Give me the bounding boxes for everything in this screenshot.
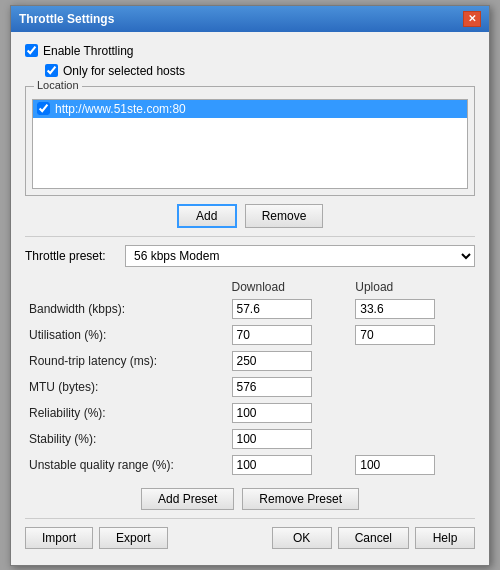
table-row: Unstable quality range (%): — [25, 452, 475, 478]
upload-header: Upload — [351, 277, 475, 296]
throttle-settings-dialog: Throttle Settings ✕ Enable Throttling On… — [10, 5, 490, 566]
only-selected-hosts-checkbox[interactable] — [45, 64, 58, 77]
reliability-download-cell — [228, 400, 352, 426]
stability-upload-cell — [351, 426, 475, 452]
table-row: Round-trip latency (ms): — [25, 348, 475, 374]
list-item[interactable]: http://www.51ste.com:80 — [33, 100, 467, 118]
unstable-download-cell — [228, 452, 352, 478]
stability-input[interactable] — [232, 429, 312, 449]
bandwidth-upload-input[interactable] — [355, 299, 435, 319]
bottom-right-buttons: OK Cancel Help — [272, 527, 475, 549]
table-row: Utilisation (%): — [25, 322, 475, 348]
only-selected-hosts-label: Only for selected hosts — [63, 64, 185, 78]
table-row: Stability (%): — [25, 426, 475, 452]
mtu-download-cell — [228, 374, 352, 400]
latency-download-input[interactable] — [232, 351, 312, 371]
throttle-preset-select[interactable]: 56 kbps Modem ADSL Cable LAN Custom — [125, 245, 475, 267]
export-button[interactable]: Export — [99, 527, 168, 549]
add-preset-button[interactable]: Add Preset — [141, 488, 234, 510]
col-headers-row: Download Upload — [25, 277, 475, 296]
divider — [25, 236, 475, 237]
remove-preset-button[interactable]: Remove Preset — [242, 488, 359, 510]
download-header: Download — [228, 277, 352, 296]
mtu-label: MTU (bytes): — [25, 374, 228, 400]
enable-throttling-label: Enable Throttling — [43, 44, 134, 58]
bottom-buttons-row: Import Export OK Cancel Help — [25, 518, 475, 553]
close-button[interactable]: ✕ — [463, 11, 481, 27]
dialog-title: Throttle Settings — [19, 12, 114, 26]
location-url: http://www.51ste.com:80 — [55, 102, 186, 116]
utilisation-download-cell — [228, 322, 352, 348]
utilisation-label: Utilisation (%): — [25, 322, 228, 348]
mtu-input[interactable] — [232, 377, 312, 397]
bandwidth-download-cell — [228, 296, 352, 322]
table-row: MTU (bytes): — [25, 374, 475, 400]
import-button[interactable]: Import — [25, 527, 93, 549]
cancel-button[interactable]: Cancel — [338, 527, 409, 549]
throttle-preset-row: Throttle preset: 56 kbps Modem ADSL Cabl… — [25, 245, 475, 267]
enable-throttling-row: Enable Throttling — [25, 44, 475, 58]
dialog-body: Enable Throttling Only for selected host… — [11, 32, 489, 565]
location-list[interactable]: http://www.51ste.com:80 — [32, 99, 468, 189]
add-remove-row: Add Remove — [25, 204, 475, 228]
unstable-upload-cell — [351, 452, 475, 478]
fields-table: Download Upload Bandwidth (kbps): Utilis… — [25, 277, 475, 478]
ok-button[interactable]: OK — [272, 527, 332, 549]
only-selected-hosts-row: Only for selected hosts — [45, 64, 475, 78]
location-legend: Location — [34, 79, 82, 91]
reliability-input[interactable] — [232, 403, 312, 423]
utilisation-download-input[interactable] — [232, 325, 312, 345]
unstable-upload-input[interactable] — [355, 455, 435, 475]
add-location-button[interactable]: Add — [177, 204, 237, 228]
title-bar: Throttle Settings ✕ — [11, 6, 489, 32]
bottom-left-buttons: Import Export — [25, 527, 168, 549]
mtu-upload-cell — [351, 374, 475, 400]
table-row: Reliability (%): — [25, 400, 475, 426]
latency-download-cell — [228, 348, 352, 374]
stability-label: Stability (%): — [25, 426, 228, 452]
bandwidth-label: Bandwidth (kbps): — [25, 296, 228, 322]
preset-buttons-row: Add Preset Remove Preset — [25, 488, 475, 510]
reliability-upload-cell — [351, 400, 475, 426]
empty-header — [25, 277, 228, 296]
utilisation-upload-cell — [351, 322, 475, 348]
help-button[interactable]: Help — [415, 527, 475, 549]
bandwidth-upload-cell — [351, 296, 475, 322]
latency-label: Round-trip latency (ms): — [25, 348, 228, 374]
reliability-label: Reliability (%): — [25, 400, 228, 426]
remove-location-button[interactable]: Remove — [245, 204, 324, 228]
location-group: Location http://www.51ste.com:80 — [25, 86, 475, 196]
unstable-quality-label: Unstable quality range (%): — [25, 452, 228, 478]
location-item-checkbox[interactable] — [37, 102, 50, 115]
latency-upload-cell — [351, 348, 475, 374]
throttle-preset-label: Throttle preset: — [25, 249, 115, 263]
enable-throttling-checkbox[interactable] — [25, 44, 38, 57]
table-row: Bandwidth (kbps): — [25, 296, 475, 322]
bandwidth-download-input[interactable] — [232, 299, 312, 319]
utilisation-upload-input[interactable] — [355, 325, 435, 345]
unstable-download-input[interactable] — [232, 455, 312, 475]
stability-download-cell — [228, 426, 352, 452]
